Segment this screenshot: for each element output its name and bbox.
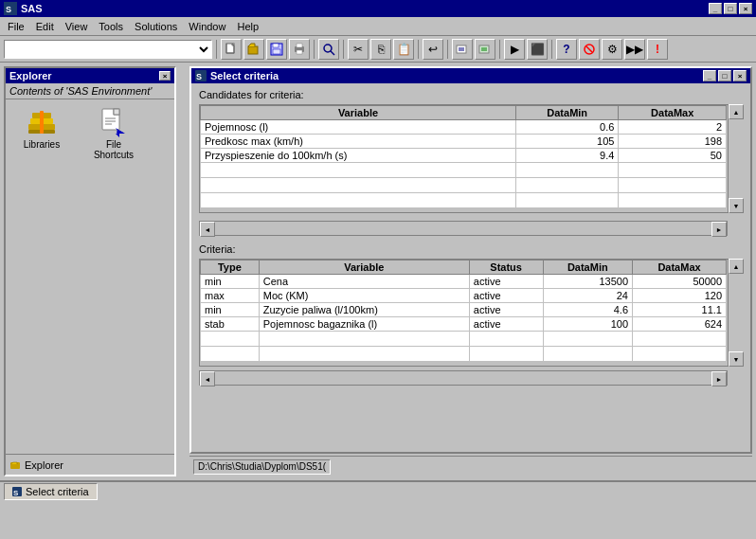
candidates-vscroll: ▲ ▼ — [728, 104, 743, 213]
criteria-table: Type Variable Status DataMin DataMax min — [200, 260, 727, 362]
cut-button[interactable]: ✂ — [348, 39, 369, 60]
toolbar-combo[interactable] — [4, 40, 212, 59]
svg-rect-10 — [297, 44, 302, 47]
criteria-variable-header: Variable — [259, 261, 469, 275]
explorer-title-bar: Explorer × — [6, 68, 174, 83]
svg-text:S: S — [6, 5, 11, 14]
svg-rect-5 — [248, 46, 258, 54]
candidates-hscroll-right[interactable]: ► — [711, 222, 727, 237]
menu-file[interactable]: File — [2, 19, 30, 34]
candidates-scroll-track[interactable] — [729, 119, 743, 198]
menu-view[interactable]: View — [60, 19, 94, 34]
tb-btn-1[interactable] — [452, 39, 473, 60]
copy-button[interactable]: ⎘ — [370, 39, 391, 60]
stop-button[interactable]: ⬛ — [527, 39, 548, 60]
candidates-scroll-up[interactable]: ▲ — [729, 104, 744, 119]
criteria-type-3: min — [201, 303, 260, 317]
print-button[interactable] — [289, 39, 310, 60]
criteria-type-1: min — [201, 275, 260, 289]
criteria-hscroll-track[interactable] — [215, 371, 711, 385]
status-bar: D:\Chris\Studia\Dyplom\DS51( — [189, 456, 752, 476]
criteria-row-2[interactable]: max Moc (KM) active 24 120 — [201, 289, 727, 303]
svg-rect-8 — [273, 49, 280, 54]
status-path: D:\Chris\Studia\Dyplom\DS51( — [193, 459, 331, 475]
menu-edit[interactable]: Edit — [30, 19, 60, 34]
open-button[interactable] — [243, 39, 264, 60]
candidate-row-empty-3 — [201, 193, 727, 208]
criteria-variable-c2: Moc (KM) — [259, 289, 469, 303]
candidate-variable-2: Predkosc max (km/h) — [201, 135, 516, 149]
criteria-row-1[interactable]: min Cena active 13500 50000 — [201, 275, 727, 289]
maximize-button[interactable]: □ — [724, 3, 737, 14]
candidate-row-3[interactable]: Przyspieszenie do 100km/h (s) 9.4 50 — [201, 149, 727, 163]
taskbar: S Select criteria — [0, 480, 756, 501]
help-btn[interactable]: ? — [556, 39, 577, 60]
col-datamin-header: DataMin — [516, 106, 619, 120]
menu-window[interactable]: Window — [183, 19, 231, 34]
menu-solutions[interactable]: Solutions — [129, 19, 183, 34]
tb-btn-2[interactable] — [475, 39, 495, 60]
explorer-contents-label: Contents of 'SAS Environment' — [6, 83, 174, 99]
criteria-hscroll-right[interactable]: ► — [711, 371, 727, 386]
tb-special-1[interactable] — [579, 39, 600, 60]
main-area: Explorer × Contents of 'SAS Environment' — [0, 63, 756, 480]
criteria-datamax-c2: 120 — [633, 289, 727, 303]
minimize-button[interactable]: _ — [709, 3, 722, 14]
criteria-datamin-c2: 24 — [543, 289, 632, 303]
toolbar-separator-2 — [314, 40, 315, 59]
criteria-scroll-down[interactable]: ▼ — [729, 351, 744, 367]
criteria-scroll-up[interactable]: ▲ — [729, 259, 744, 274]
sas-icon: S — [4, 2, 17, 15]
criteria-status-4: active — [469, 317, 543, 332]
explorer-libraries-item[interactable]: Libraries — [13, 107, 70, 446]
dialog-minimize[interactable]: _ — [703, 70, 716, 81]
close-button[interactable]: × — [739, 3, 752, 14]
criteria-datamin-c4: 100 — [543, 317, 632, 332]
criteria-status-2: active — [469, 289, 543, 303]
new-button[interactable] — [221, 39, 242, 60]
undo-button[interactable]: ↩ — [423, 39, 443, 60]
candidates-table-container: Variable DataMin DataMax Pojemnosc (l) 0… — [199, 104, 743, 213]
menu-tools[interactable]: Tools — [93, 19, 129, 34]
shortcuts-icon — [99, 107, 129, 137]
run-button[interactable]: ▶ — [504, 39, 525, 60]
criteria-hscroll-left[interactable]: ◄ — [200, 371, 215, 386]
menu-help[interactable]: Help — [231, 19, 264, 34]
paste-button[interactable]: 📋 — [393, 39, 414, 60]
svg-rect-14 — [457, 45, 466, 53]
dialog-close[interactable]: × — [733, 70, 747, 81]
candidate-row-2[interactable]: Predkosc max (km/h) 105 198 — [201, 135, 727, 149]
criteria-type-4: stab — [201, 317, 260, 332]
save-button[interactable] — [266, 39, 287, 60]
select-criteria-dialog: S Select criteria _ □ × Candidates for c… — [189, 66, 752, 454]
tb-special-2[interactable]: ⚙ — [602, 39, 622, 60]
tb-special-4[interactable]: ! — [647, 39, 668, 60]
svg-text:S: S — [13, 489, 19, 496]
candidate-row-empty-2 — [201, 178, 727, 193]
svg-rect-7 — [273, 44, 279, 47]
explorer-shortcuts-item[interactable]: FileShortcuts — [85, 107, 142, 446]
criteria-status-header: Status — [469, 261, 543, 275]
candidates-hscroll-left[interactable]: ◄ — [200, 222, 215, 237]
title-bar-left: S SAS — [4, 2, 43, 15]
find-button[interactable] — [318, 39, 339, 60]
taskbar-select-criteria[interactable]: S Select criteria — [4, 483, 98, 500]
criteria-vscroll: ▲ ▼ — [728, 259, 743, 367]
criteria-row-3[interactable]: min Zuzycie paliwa (l/100km) active 4.6 … — [201, 303, 727, 317]
dialog-maximize[interactable]: □ — [718, 70, 731, 81]
explorer-close-button[interactable]: × — [159, 71, 171, 81]
candidates-hscroll-track[interactable] — [215, 222, 711, 235]
svg-rect-28 — [114, 109, 119, 115]
criteria-datamin-header: DataMin — [543, 261, 632, 275]
svg-line-21 — [586, 46, 592, 52]
criteria-row-4[interactable]: stab Pojemnosc bagaznika (l) active 100 … — [201, 317, 727, 332]
criteria-variable-c1: Cena — [259, 275, 469, 289]
candidates-scroll-down[interactable]: ▼ — [729, 198, 744, 213]
candidate-row-1[interactable]: Pojemnosc (l) 0.6 2 — [201, 120, 727, 135]
criteria-scroll-track[interactable] — [729, 274, 743, 351]
candidate-variable-3: Przyspieszenie do 100km/h (s) — [201, 149, 516, 163]
tb-special-3[interactable]: ▶▶ — [624, 39, 645, 60]
criteria-type-2: max — [201, 289, 260, 303]
criteria-table-scroll: Type Variable Status DataMin DataMax min — [199, 259, 743, 367]
shortcuts-label: FileShortcuts — [94, 139, 134, 160]
